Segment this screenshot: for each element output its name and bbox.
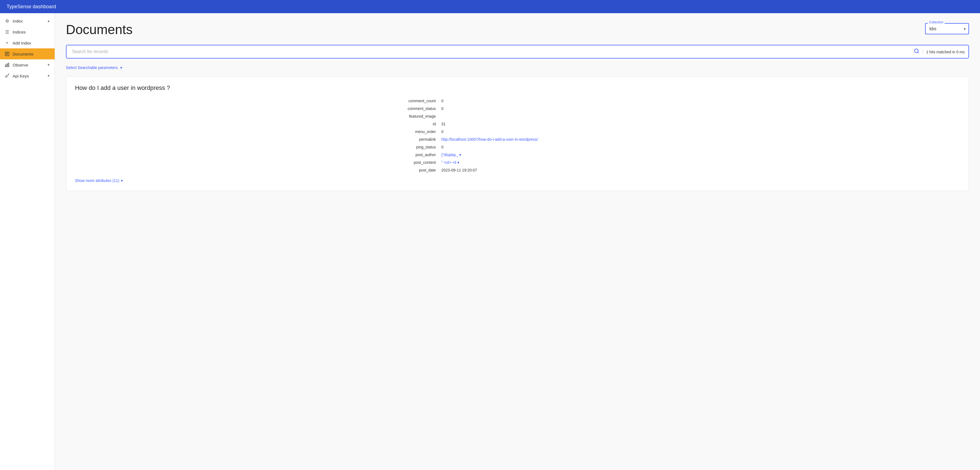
svg-line-9 [8, 74, 9, 75]
list-icon: ☰ [5, 29, 10, 35]
field-value-ping-status: 0 [441, 144, 627, 150]
svg-rect-5 [7, 64, 8, 67]
field-value-comment-status: 0 [441, 106, 627, 111]
document-card: How do I add a user in wordpress ? comme… [66, 76, 969, 191]
sidebar-item-documents[interactable]: Documents [0, 48, 55, 59]
svg-point-11 [914, 49, 918, 53]
field-key-permalink: permalink [407, 137, 436, 142]
field-value-post-date: 2023-09-11 19:20:07 [441, 167, 627, 173]
svg-rect-4 [5, 65, 6, 67]
collection-selector[interactable]: Collection kbs ▾ [925, 23, 969, 34]
key-icon [5, 73, 10, 79]
svg-point-7 [5, 76, 7, 77]
sidebar-item-indices-label: Indices [13, 30, 26, 34]
sidebar-item-index-label: Index [13, 19, 23, 23]
chevron-down-icon-2: ▼ [47, 74, 50, 78]
collection-dropdown[interactable]: kbs [925, 23, 969, 34]
post-author-expand-icon: ▾ [459, 153, 461, 157]
document-title: How do I add a user in wordpress ? [75, 84, 960, 91]
chevron-up-icon: ▲ [47, 19, 50, 23]
post-author-value: {"display_ [441, 153, 458, 157]
field-value-permalink[interactable]: http://localhost:10007/how-do-i-add-a-us… [441, 137, 627, 142]
field-key-id: id [407, 121, 436, 127]
chart-icon [5, 62, 10, 68]
field-key-featured-image: featured_image [407, 113, 436, 119]
sidebar-item-index[interactable]: ⚙ Index ▲ [0, 15, 55, 26]
sidebar-item-api-keys-label: Api Keys [13, 74, 29, 78]
sidebar-item-indices[interactable]: ☰ Indices [0, 26, 55, 37]
field-value-featured-image [441, 113, 627, 119]
svg-line-10 [8, 75, 8, 75]
searchable-params-chevron-icon: ▾ [120, 65, 122, 70]
page-header: Documents Collection kbs ▾ [66, 22, 969, 37]
gear-icon: ⚙ [5, 18, 10, 24]
collection-label: Collection [928, 20, 945, 24]
field-value-id: 31 [441, 121, 627, 127]
page-title: Documents [66, 22, 133, 37]
post-content-expand-icon: ▾ [457, 160, 459, 165]
field-key-post-date: post_date [407, 167, 436, 173]
search-input[interactable] [66, 45, 969, 59]
field-value-post-content[interactable]: " <ol> <li ▾ [441, 160, 627, 165]
field-value-menu-order: 0 [441, 129, 627, 134]
field-key-post-author: post_author [407, 152, 436, 158]
main-content: Documents Collection kbs ▾ 1 hits matche… [55, 13, 980, 470]
field-key-comment-count: comment_count [407, 98, 436, 104]
post-content-value: " <ol> <li [441, 160, 456, 165]
field-key-menu-order: menu_order [407, 129, 436, 134]
svg-rect-6 [8, 63, 9, 67]
search-container: 1 hits matched in 0 ms [66, 45, 969, 59]
sidebar-item-observe-label: Observe [13, 63, 28, 67]
chevron-down-icon: ▼ [47, 63, 50, 67]
sidebar-item-documents-label: Documents [13, 52, 33, 56]
field-key-post-content: post_content [407, 160, 436, 165]
document-icon [5, 51, 10, 57]
field-key-ping-status: ping_status [407, 144, 436, 150]
field-value-post-author[interactable]: {"display_ ▾ [441, 152, 627, 158]
search-divider [923, 49, 923, 54]
search-right: 1 hits matched in 0 ms [914, 48, 965, 55]
field-value-comment-count: 0 [441, 98, 627, 104]
searchable-params-toggle[interactable]: Select Searchable parameters. ▾ [66, 65, 122, 70]
sidebar-item-add-index-label: Add Index [13, 41, 31, 45]
plus-icon: + [5, 40, 10, 46]
app-title: TypeSense dashboard [6, 4, 56, 10]
sidebar-item-api-keys[interactable]: Api Keys ▼ [0, 70, 55, 81]
show-more-label: Show more attributes (11) [75, 178, 119, 183]
searchable-params-label: Select Searchable parameters. [66, 65, 119, 70]
search-results-text: 1 hits matched in 0 ms [926, 49, 965, 54]
top-header: TypeSense dashboard [0, 0, 980, 13]
show-more-attributes[interactable]: Show more attributes (11) ▾ [75, 178, 123, 183]
sidebar-item-observe[interactable]: Observe ▼ [0, 59, 55, 70]
sidebar: ⚙ Index ▲ ☰ Indices + Add Index Document… [0, 13, 55, 470]
document-fields: comment_count 0 comment_status 0 feature… [407, 98, 627, 173]
svg-line-12 [918, 52, 919, 53]
sidebar-item-add-index[interactable]: + Add Index [0, 37, 55, 48]
field-key-comment-status: comment_status [407, 106, 436, 111]
show-more-chevron-icon: ▾ [121, 178, 123, 183]
search-icon [914, 48, 919, 55]
